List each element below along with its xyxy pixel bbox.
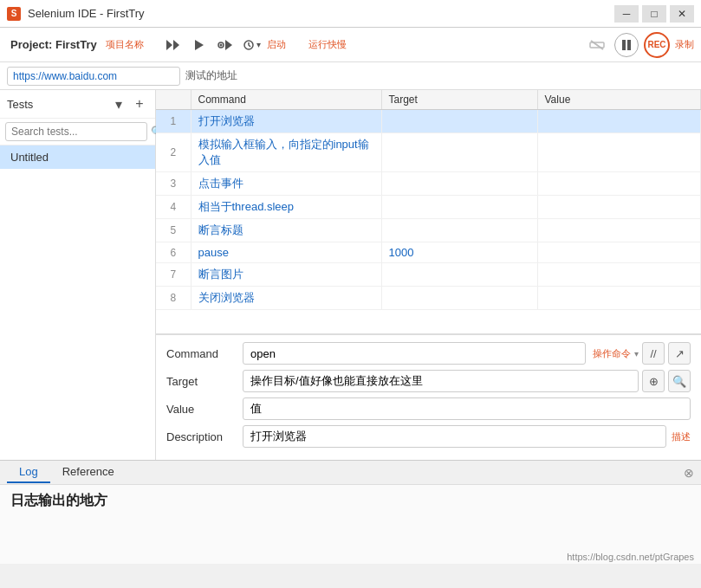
rec-annotation: 录制 <box>675 38 694 51</box>
svg-marker-2 <box>195 40 204 50</box>
speed-annotation: 运行快慢 <box>308 38 347 51</box>
row-num: 2 <box>156 133 191 172</box>
row-command: 关闭浏览器 <box>191 287 381 310</box>
row-num: 6 <box>156 242 191 263</box>
search-box: 🔍 <box>0 119 155 145</box>
tab-reference[interactable]: Reference <box>50 462 127 483</box>
table-row[interactable]: 8 关闭浏览器 <box>156 287 701 310</box>
log-area: Log Reference ⊗ 日志输出的地方 https://blog.csd… <box>0 460 701 564</box>
footer-url: https://blog.csdn.net/ptGrapes <box>567 552 694 562</box>
log-tabs: Log Reference ⊗ <box>0 461 701 485</box>
row-num: 3 <box>156 172 191 196</box>
sidebar: Tests ▾ + 🔍 Untitled <box>0 90 156 460</box>
command-input[interactable] <box>243 342 586 365</box>
description-annotation: 描述 <box>672 430 691 443</box>
run-button[interactable] <box>187 33 211 57</box>
target-input[interactable] <box>243 370 639 392</box>
row-command: 点击事件 <box>191 172 381 196</box>
description-label: Description <box>166 430 236 443</box>
row-value <box>537 196 701 219</box>
debug-button[interactable] <box>213 33 237 57</box>
command-link-button[interactable]: ↗ <box>668 342 691 365</box>
editor-row-target: Target ⊕ 🔍 <box>166 370 691 392</box>
target-label: Target <box>166 375 236 388</box>
titlebar: S Selenium IDE - FirstTry ─ □ ✕ <box>0 0 701 28</box>
table-row[interactable]: 7 断言图片 <box>156 263 701 287</box>
row-target <box>381 287 537 310</box>
pause-button[interactable] <box>614 33 639 57</box>
row-target <box>381 110 537 133</box>
editor-row-command: Command 操作命令 ▾ // ↗ <box>166 342 691 365</box>
url-input[interactable] <box>7 67 180 86</box>
svg-marker-1 <box>173 40 179 50</box>
tests-dropdown-button[interactable]: ▾ <box>110 95 127 113</box>
tab-log[interactable]: Log <box>7 462 50 483</box>
minimize-button[interactable]: ─ <box>614 5 639 23</box>
log-text: 日志输出的地方 <box>10 493 107 507</box>
run-annotation: 启动 <box>267 38 286 51</box>
window-controls: ─ □ ✕ <box>614 5 694 23</box>
row-num: 1 <box>156 110 191 133</box>
row-target <box>381 219 537 242</box>
row-value <box>537 242 701 263</box>
sidebar-item-label: Untitled <box>10 151 49 164</box>
description-input[interactable] <box>243 425 666 448</box>
footer-link: https://blog.csdn.net/ptGrapes <box>0 550 701 564</box>
target-pick-button[interactable]: ⊕ <box>642 370 665 392</box>
svg-point-4 <box>219 43 222 46</box>
add-test-button[interactable]: + <box>131 95 148 113</box>
row-command: 打开浏览器 <box>191 110 381 133</box>
tests-label: Tests <box>7 98 107 111</box>
target-search-button[interactable]: 🔍 <box>668 370 691 392</box>
run-all-button[interactable] <box>161 33 185 57</box>
value-label: Value <box>166 403 236 416</box>
row-target <box>381 172 537 196</box>
command-table: Command Target Value 1 打开浏览器 2 模拟输入框输入，向… <box>156 90 701 334</box>
editor-row-value: Value <box>166 397 691 420</box>
command-label: Command <box>166 347 236 360</box>
disable-button[interactable] <box>585 33 609 57</box>
col-value: Value <box>537 90 701 110</box>
sidebar-item-untitled[interactable]: Untitled <box>0 145 155 169</box>
run-controls: ▾ 启动 运行快慢 <box>161 33 347 57</box>
table-row[interactable]: 4 相当于thread.sleep <box>156 196 701 219</box>
url-hint: 测试的地址 <box>185 68 237 83</box>
row-value <box>537 110 701 133</box>
row-command: 断言标题 <box>191 219 381 242</box>
table-row[interactable]: 1 打开浏览器 <box>156 110 701 133</box>
row-value <box>537 172 701 196</box>
svg-marker-0 <box>166 40 172 50</box>
table-row[interactable]: 3 点击事件 <box>156 172 701 196</box>
command-editor: Command 操作命令 ▾ // ↗ Target ⊕ 🔍 <box>156 334 701 460</box>
urlbar: 测试的地址 <box>0 62 701 90</box>
row-value <box>537 263 701 287</box>
col-num <box>156 90 191 110</box>
row-target <box>381 263 537 287</box>
toolbar: Project: FirstTry 项目名称 <box>0 28 701 62</box>
row-command: 断言图片 <box>191 263 381 287</box>
value-input[interactable] <box>243 397 691 420</box>
row-target <box>381 133 537 172</box>
table-row[interactable]: 5 断言标题 <box>156 219 701 242</box>
log-close-icon[interactable]: ⊗ <box>684 466 694 480</box>
run-speed-button[interactable]: ▾ <box>239 33 263 57</box>
maximize-button[interactable]: □ <box>642 5 666 23</box>
command-annotation: 操作命令 <box>593 347 631 360</box>
table-row[interactable]: 2 模拟输入框输入，向指定的input输入值 <box>156 133 701 172</box>
row-num: 4 <box>156 196 191 219</box>
search-input[interactable] <box>5 122 147 141</box>
row-value <box>537 287 701 310</box>
command-comment-button[interactable]: // <box>642 342 665 365</box>
col-command: Command <box>191 90 381 110</box>
svg-rect-9 <box>622 40 626 50</box>
toolbar-left: Project: FirstTry 项目名称 <box>7 33 580 57</box>
window-title: Selenium IDE - FirstTry <box>28 7 607 20</box>
row-target <box>381 196 537 219</box>
right-panel: Command Target Value 1 打开浏览器 2 模拟输入框输入，向… <box>156 90 701 460</box>
app-icon: S <box>7 7 21 21</box>
target-input-wrap: ⊕ 🔍 <box>243 370 691 392</box>
row-value <box>537 219 701 242</box>
table-row[interactable]: 6 pause 1000 <box>156 242 701 263</box>
close-button[interactable]: ✕ <box>670 5 694 23</box>
record-button[interactable]: REC <box>644 32 670 58</box>
